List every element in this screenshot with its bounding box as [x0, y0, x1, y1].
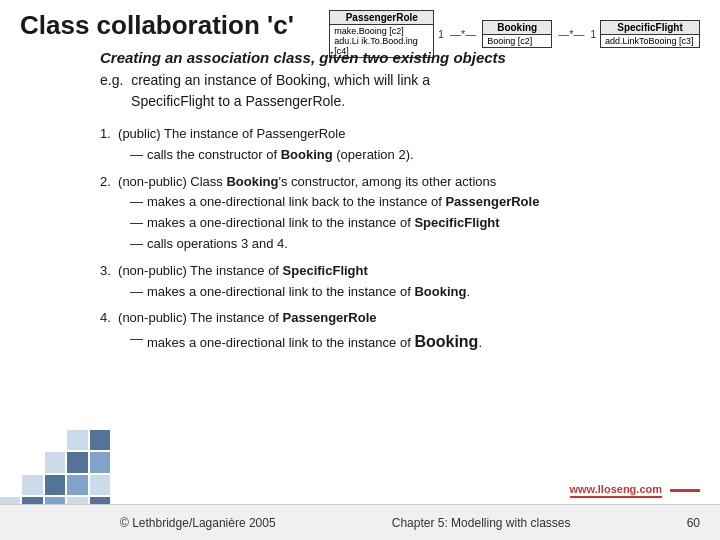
dash-icon: — — [130, 145, 143, 166]
footer-page: 60 — [687, 516, 700, 530]
url-line-decoration — [670, 489, 700, 492]
list-item-2-sub-1: — makes a one-directional link back to t… — [130, 192, 700, 213]
list-item-4-text: 4. (non-public) The instance of Passenge… — [100, 310, 377, 325]
sub-text: calls operations 3 and 4. — [147, 234, 288, 255]
list-item-2-text: 2. (non-public) Class Booking's construc… — [100, 174, 496, 189]
sub-text: makes a one-directional link to the inst… — [147, 282, 470, 303]
sub-text: calls the constructor of Booking (operat… — [147, 145, 414, 166]
dash-icon: — — [130, 234, 143, 255]
list-item-1-sub-1: — calls the constructor of Booking (oper… — [130, 145, 700, 166]
list-item-3-text: 3. (non-public) The instance of Specific… — [100, 263, 368, 278]
dash-icon: — — [130, 213, 143, 234]
list-item-4: 4. (non-public) The instance of Passenge… — [100, 308, 700, 354]
list-item-4-sub-1: — makes a one-directional link to the in… — [130, 329, 700, 355]
main-content: Class collaboration 'c' Creating an asso… — [20, 10, 700, 500]
list-item-2-sub-3: — calls operations 3 and 4. — [130, 234, 700, 255]
subtitle: Creating an association class, given two… — [100, 49, 700, 66]
bottom-bar: © Lethbridge/Laganière 2005 Chapter 5: M… — [0, 504, 720, 540]
dash-icon: — — [130, 329, 143, 350]
url-line: www.lloseng.com — [570, 483, 701, 498]
footer-chapter: Chapter 5: Modelling with classes — [392, 516, 571, 530]
sub-text: makes a one-directional link to the inst… — [147, 213, 500, 234]
list-item-1: 1. (public) The instance of PassengerRol… — [100, 124, 700, 166]
url-text: www.lloseng.com — [570, 483, 663, 498]
list-item-2-sub-2: — makes a one-directional link to the in… — [130, 213, 700, 234]
list-section: 1. (public) The instance of PassengerRol… — [100, 124, 700, 355]
dash-icon: — — [130, 192, 143, 213]
sub-text: makes a one-directional link back to the… — [147, 192, 539, 213]
sub-text: makes a one-directional link to the inst… — [147, 329, 482, 355]
footer-copyright: © Lethbridge/Laganière 2005 — [120, 516, 276, 530]
list-item-3: 3. (non-public) The instance of Specific… — [100, 261, 700, 303]
page-title: Class collaboration 'c' — [20, 10, 700, 41]
list-item-1-text: 1. (public) The instance of PassengerRol… — [100, 126, 345, 141]
eg-line: e.g. creating an instance of Booking, wh… — [100, 70, 700, 112]
list-item-3-sub-1: — makes a one-directional link to the in… — [130, 282, 700, 303]
dash-icon: — — [130, 282, 143, 303]
list-item-2: 2. (non-public) Class Booking's construc… — [100, 172, 700, 255]
